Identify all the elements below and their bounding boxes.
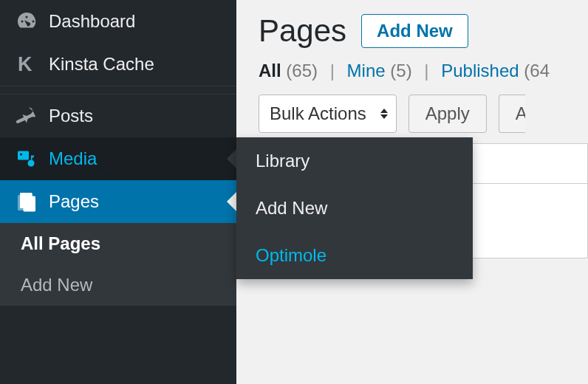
k-icon: K — [13, 53, 40, 75]
filter-all-label[interactable]: All — [259, 61, 281, 80]
media-submenu-flyout: Library Add New Optimole — [236, 137, 473, 279]
select-caret-icon — [380, 108, 389, 120]
filter-all-count: (65) — [286, 61, 318, 80]
apply-button[interactable]: Apply — [408, 95, 487, 133]
flyout-item-add-new[interactable]: Add New — [236, 185, 473, 232]
media-icon — [13, 148, 40, 170]
sidebar-item-posts[interactable]: Posts — [0, 95, 236, 137]
submenu-item-add-new[interactable]: Add New — [0, 264, 236, 306]
page-title: Pages — [259, 13, 346, 49]
filter-published-count: (64 — [524, 61, 550, 80]
sidebar-item-dashboard[interactable]: Dashboard — [0, 0, 236, 43]
nav-label: Kinsta Cache — [49, 54, 154, 75]
nav-label: Dashboard — [49, 11, 135, 32]
filter-links: All (65) | Mine (5) | Published (64 — [259, 61, 588, 81]
gauge-icon — [13, 10, 40, 32]
flyout-item-optimole[interactable]: Optimole — [236, 232, 473, 279]
sidebar-item-media[interactable]: Media Library Add New Optimole — [0, 137, 236, 180]
admin-sidebar: Dashboard K Kinsta Cache Posts Media Lib… — [0, 0, 236, 384]
sidebar-separator — [0, 86, 236, 95]
bulk-actions-label: Bulk Actions — [270, 103, 366, 124]
title-row: Pages Add New — [259, 13, 588, 49]
pin-icon — [13, 105, 40, 127]
sidebar-item-kinsta-cache[interactable]: K Kinsta Cache — [0, 43, 236, 86]
pages-icon — [13, 191, 40, 213]
svg-point-2 — [20, 154, 22, 156]
filter-mine-count: (5) — [390, 61, 411, 80]
bulk-actions-row: Bulk Actions Apply A — [259, 95, 588, 133]
filter-published-label[interactable]: Published — [441, 61, 519, 80]
filter-sep: | — [323, 61, 342, 80]
nav-label: Posts — [49, 106, 93, 126]
filter-sep: | — [417, 61, 436, 80]
svg-text:K: K — [18, 53, 33, 75]
add-new-button[interactable]: Add New — [361, 14, 468, 48]
svg-rect-1 — [18, 151, 29, 160]
submenu-item-all-pages[interactable]: All Pages — [0, 223, 236, 264]
svg-rect-6 — [18, 195, 30, 210]
sidebar-item-pages[interactable]: Pages — [0, 180, 236, 223]
pages-submenu: All Pages Add New — [0, 223, 236, 306]
nav-label: Media — [49, 148, 97, 169]
filter-mine-label[interactable]: Mine — [347, 61, 386, 80]
truncated-button[interactable]: A — [499, 95, 525, 133]
flyout-item-library[interactable]: Library — [236, 137, 473, 185]
nav-label: Pages — [49, 191, 99, 212]
bulk-actions-select[interactable]: Bulk Actions — [259, 95, 397, 133]
